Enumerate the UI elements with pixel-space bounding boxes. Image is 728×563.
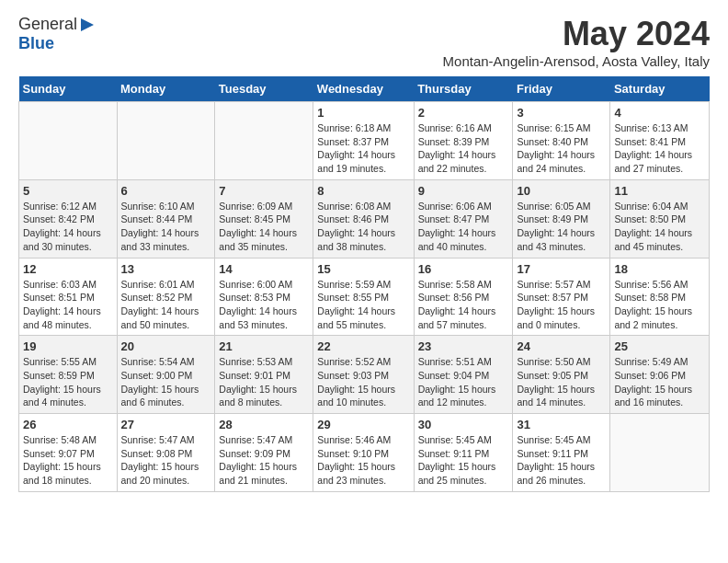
day-number: 2 (418, 106, 509, 120)
day-number: 3 (517, 106, 606, 120)
calendar-cell (215, 102, 313, 180)
calendar-cell: 14Sunrise: 6:00 AM Sunset: 8:53 PM Dayli… (215, 258, 313, 336)
calendar-cell: 17Sunrise: 5:57 AM Sunset: 8:57 PM Dayli… (513, 258, 610, 336)
calendar-cell: 18Sunrise: 5:56 AM Sunset: 8:58 PM Dayli… (610, 258, 710, 336)
calendar-cell: 7Sunrise: 6:09 AM Sunset: 8:45 PM Daylig… (215, 179, 313, 258)
day-info: Sunrise: 6:18 AM Sunset: 8:37 PM Dayligh… (317, 121, 409, 176)
calendar-cell: 4Sunrise: 6:13 AM Sunset: 8:41 PM Daylig… (610, 102, 710, 180)
location-subtitle: Montan-Angelin-Arensod, Aosta Valley, It… (443, 53, 710, 69)
day-number: 26 (23, 418, 113, 431)
calendar-week-row: 26Sunrise: 5:48 AM Sunset: 9:07 PM Dayli… (19, 414, 710, 492)
day-number: 5 (23, 184, 113, 198)
day-number: 23 (418, 339, 509, 353)
page-header: General Blue May 2024 Montan-Angelin-Are… (18, 15, 710, 69)
day-info: Sunrise: 6:08 AM Sunset: 8:46 PM Dayligh… (317, 200, 409, 254)
calendar-cell: 28Sunrise: 5:47 AM Sunset: 9:09 PM Dayli… (215, 414, 313, 492)
calendar-cell: 21Sunrise: 5:53 AM Sunset: 9:01 PM Dayli… (215, 336, 313, 414)
calendar-cell: 1Sunrise: 6:18 AM Sunset: 8:37 PM Daylig… (313, 102, 414, 180)
day-info: Sunrise: 5:47 AM Sunset: 9:09 PM Dayligh… (219, 433, 309, 488)
day-header: Thursday (414, 76, 513, 102)
day-header: Saturday (610, 76, 710, 102)
calendar-cell: 23Sunrise: 5:51 AM Sunset: 9:04 PM Dayli… (414, 336, 513, 414)
calendar-cell: 9Sunrise: 6:06 AM Sunset: 8:47 PM Daylig… (414, 179, 513, 258)
day-header: Tuesday (215, 76, 313, 102)
day-info: Sunrise: 6:09 AM Sunset: 8:45 PM Dayligh… (219, 200, 309, 254)
day-info: Sunrise: 6:01 AM Sunset: 8:52 PM Dayligh… (121, 278, 211, 332)
day-info: Sunrise: 6:10 AM Sunset: 8:44 PM Dayligh… (121, 200, 211, 254)
calendar-header-row: SundayMondayTuesdayWednesdayThursdayFrid… (19, 76, 710, 102)
calendar-cell: 22Sunrise: 5:52 AM Sunset: 9:03 PM Dayli… (313, 336, 414, 414)
day-number: 21 (219, 339, 309, 353)
day-number: 4 (614, 106, 705, 120)
day-number: 28 (219, 418, 309, 431)
day-number: 24 (517, 339, 606, 353)
day-info: Sunrise: 5:50 AM Sunset: 9:05 PM Dayligh… (517, 355, 606, 409)
day-number: 7 (219, 184, 309, 198)
day-number: 15 (317, 262, 409, 276)
day-info: Sunrise: 5:55 AM Sunset: 8:59 PM Dayligh… (23, 355, 113, 409)
calendar-cell: 11Sunrise: 6:04 AM Sunset: 8:50 PM Dayli… (610, 179, 710, 258)
calendar-week-row: 1Sunrise: 6:18 AM Sunset: 8:37 PM Daylig… (19, 102, 710, 180)
month-title: May 2024 (443, 15, 710, 53)
calendar-week-row: 19Sunrise: 5:55 AM Sunset: 8:59 PM Dayli… (19, 336, 710, 414)
day-info: Sunrise: 5:45 AM Sunset: 9:11 PM Dayligh… (517, 433, 606, 488)
day-number: 9 (418, 184, 509, 198)
day-number: 14 (219, 262, 309, 276)
day-info: Sunrise: 5:52 AM Sunset: 9:03 PM Dayligh… (317, 355, 409, 409)
day-number: 17 (517, 262, 606, 276)
day-number: 1 (317, 106, 409, 120)
svg-marker-0 (81, 18, 94, 31)
calendar-cell: 3Sunrise: 6:15 AM Sunset: 8:40 PM Daylig… (513, 102, 610, 180)
day-number: 6 (121, 184, 211, 198)
calendar-cell (610, 414, 710, 492)
day-info: Sunrise: 5:45 AM Sunset: 9:11 PM Dayligh… (418, 433, 509, 488)
day-info: Sunrise: 5:53 AM Sunset: 9:01 PM Dayligh… (219, 355, 309, 409)
day-info: Sunrise: 5:46 AM Sunset: 9:10 PM Dayligh… (317, 433, 409, 488)
logo-flag-icon (79, 17, 96, 33)
day-info: Sunrise: 6:13 AM Sunset: 8:41 PM Dayligh… (614, 121, 705, 176)
day-info: Sunrise: 6:03 AM Sunset: 8:51 PM Dayligh… (23, 278, 113, 332)
calendar-cell: 5Sunrise: 6:12 AM Sunset: 8:42 PM Daylig… (19, 179, 118, 258)
day-info: Sunrise: 5:58 AM Sunset: 8:56 PM Dayligh… (418, 278, 509, 332)
day-number: 8 (317, 184, 409, 198)
day-info: Sunrise: 6:16 AM Sunset: 8:39 PM Dayligh… (418, 121, 509, 176)
calendar-cell: 29Sunrise: 5:46 AM Sunset: 9:10 PM Dayli… (313, 414, 414, 492)
day-number: 19 (23, 339, 113, 353)
day-info: Sunrise: 5:51 AM Sunset: 9:04 PM Dayligh… (418, 355, 509, 409)
day-info: Sunrise: 6:15 AM Sunset: 8:40 PM Dayligh… (517, 121, 606, 176)
day-number: 31 (517, 418, 606, 431)
calendar-cell: 30Sunrise: 5:45 AM Sunset: 9:11 PM Dayli… (414, 414, 513, 492)
day-header: Monday (117, 76, 215, 102)
logo-general-text: General (18, 15, 77, 34)
day-info: Sunrise: 5:59 AM Sunset: 8:55 PM Dayligh… (317, 278, 409, 332)
day-number: 20 (121, 339, 211, 353)
day-header: Friday (513, 76, 610, 102)
day-number: 13 (121, 262, 211, 276)
day-info: Sunrise: 5:48 AM Sunset: 9:07 PM Dayligh… (23, 433, 113, 488)
day-info: Sunrise: 5:49 AM Sunset: 9:06 PM Dayligh… (614, 355, 705, 409)
title-area: May 2024 Montan-Angelin-Arensod, Aosta V… (443, 15, 710, 69)
calendar-cell: 19Sunrise: 5:55 AM Sunset: 8:59 PM Dayli… (19, 336, 118, 414)
calendar-cell: 24Sunrise: 5:50 AM Sunset: 9:05 PM Dayli… (513, 336, 610, 414)
calendar-cell: 25Sunrise: 5:49 AM Sunset: 9:06 PM Dayli… (610, 336, 710, 414)
day-info: Sunrise: 5:54 AM Sunset: 9:00 PM Dayligh… (121, 355, 211, 409)
day-info: Sunrise: 5:56 AM Sunset: 8:58 PM Dayligh… (614, 278, 705, 332)
day-number: 30 (418, 418, 509, 431)
day-header: Sunday (19, 76, 118, 102)
calendar-cell: 27Sunrise: 5:47 AM Sunset: 9:08 PM Dayli… (117, 414, 215, 492)
day-number: 12 (23, 262, 113, 276)
calendar-cell (117, 102, 215, 180)
day-info: Sunrise: 6:00 AM Sunset: 8:53 PM Dayligh… (219, 278, 309, 332)
day-number: 25 (614, 339, 705, 353)
calendar-cell: 26Sunrise: 5:48 AM Sunset: 9:07 PM Dayli… (19, 414, 118, 492)
calendar-cell: 12Sunrise: 6:03 AM Sunset: 8:51 PM Dayli… (19, 258, 118, 336)
calendar-week-row: 5Sunrise: 6:12 AM Sunset: 8:42 PM Daylig… (19, 179, 710, 258)
day-number: 22 (317, 339, 409, 353)
calendar-cell: 15Sunrise: 5:59 AM Sunset: 8:55 PM Dayli… (313, 258, 414, 336)
day-number: 18 (614, 262, 705, 276)
calendar-week-row: 12Sunrise: 6:03 AM Sunset: 8:51 PM Dayli… (19, 258, 710, 336)
logo-blue-text: Blue (18, 34, 54, 53)
calendar-cell: 20Sunrise: 5:54 AM Sunset: 9:00 PM Dayli… (117, 336, 215, 414)
calendar-cell: 31Sunrise: 5:45 AM Sunset: 9:11 PM Dayli… (513, 414, 610, 492)
day-info: Sunrise: 6:12 AM Sunset: 8:42 PM Dayligh… (23, 200, 113, 254)
